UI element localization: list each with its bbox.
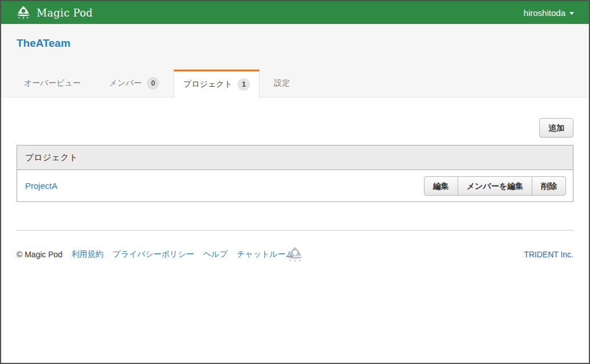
- caret-down-icon: [569, 12, 574, 15]
- add-project-button[interactable]: 追加: [539, 118, 573, 137]
- toolbar: 追加: [17, 118, 573, 137]
- delete-button[interactable]: 削除: [532, 176, 566, 196]
- tab-projects-label: プロジェクト: [183, 79, 232, 90]
- main-content: 追加 プロジェクト ProjectA 編集 メンバーを編集 削除 © Magic…: [1, 118, 589, 260]
- user-menu-dropdown[interactable]: hiroshitoda: [524, 8, 574, 18]
- tab-overview[interactable]: オーバービュー: [10, 70, 95, 97]
- username: hiroshitoda: [524, 8, 565, 18]
- tab-members[interactable]: メンバー 0: [95, 70, 173, 97]
- copyright-text: © Magic Pod: [17, 250, 62, 259]
- projects-count-badge: 1: [237, 78, 250, 91]
- brand-name: Magic Pod: [37, 7, 93, 19]
- footer-magic-pod-logo-icon: [286, 246, 304, 263]
- edit-button[interactable]: 編集: [424, 176, 458, 196]
- projects-table-header: プロジェクト: [17, 145, 573, 170]
- tab-settings-label: 設定: [274, 78, 290, 88]
- tab-settings[interactable]: 設定: [260, 70, 304, 97]
- brand-link[interactable]: Magic Pod: [16, 5, 93, 20]
- navbar: Magic Pod hiroshitoda: [1, 1, 589, 24]
- help-link[interactable]: ヘルプ: [203, 249, 228, 260]
- chat-room-link[interactable]: チャットルーム: [237, 249, 294, 260]
- tab-members-label: メンバー: [109, 78, 142, 88]
- tab-bar: オーバービュー メンバー 0 プロジェクト 1 設定: [1, 70, 589, 97]
- footer: © Magic Pod 利用規約 プライバシーポリシー ヘルプ チャットルーム …: [17, 249, 573, 260]
- project-link[interactable]: ProjectA: [25, 181, 58, 191]
- project-actions: 編集 メンバーを編集 削除: [424, 176, 566, 196]
- project-row: ProjectA 編集 メンバーを編集 削除: [17, 170, 573, 201]
- magic-pod-logo-icon: [16, 5, 31, 20]
- tab-projects[interactable]: プロジェクト 1: [173, 70, 260, 98]
- terms-link[interactable]: 利用規約: [71, 249, 103, 260]
- footer-links: © Magic Pod 利用規約 プライバシーポリシー ヘルプ チャットルーム: [17, 249, 294, 260]
- edit-members-button[interactable]: メンバーを編集: [458, 176, 532, 196]
- privacy-policy-link[interactable]: プライバシーポリシー: [112, 249, 194, 260]
- subheader: TheATeam オーバービュー メンバー 0 プロジェクト 1 設定: [1, 24, 589, 98]
- magic-pod-team-page: Magic Pod hiroshitoda TheATeam オーバービュー メ…: [0, 0, 590, 364]
- footer-divider: [17, 230, 573, 230]
- tab-overview-label: オーバービュー: [24, 78, 80, 88]
- members-count-badge: 0: [147, 77, 159, 90]
- projects-table: プロジェクト ProjectA 編集 メンバーを編集 削除: [17, 145, 573, 202]
- trident-company-link[interactable]: TRIDENT Inc.: [524, 250, 573, 259]
- team-title: TheATeam: [1, 24, 589, 50]
